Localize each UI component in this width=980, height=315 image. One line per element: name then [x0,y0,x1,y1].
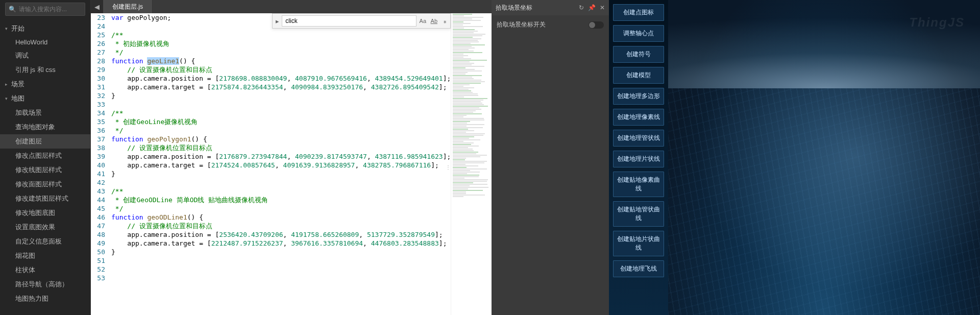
minimap-line [453,193,465,194]
minimap-line [453,29,475,30]
minimap-line [453,20,481,21]
tree-item[interactable]: 修改点图层样式 [0,149,90,163]
chevron-right-icon: ▸ [5,82,11,87]
minimap-line [453,179,488,180]
scene-button[interactable]: 调整轴心点 [613,25,664,42]
minimap-line [453,115,467,116]
find-input[interactable] [282,15,416,27]
tree-item[interactable]: 柱状体 [0,263,90,277]
line-number: 43 [91,187,105,196]
editor-tabbar: ◀ 创建图层.js [91,0,492,13]
minimap-line [453,121,470,122]
scene-button[interactable]: 创建地理片状线 [613,151,664,167]
minimap-line [453,124,484,125]
minimap-line [453,75,482,76]
minimap-line [453,66,484,67]
line-number: 34 [91,109,105,117]
tree-group[interactable]: ▸场景 [0,77,90,91]
minimap-line [453,168,487,169]
line-number: 24 [91,22,105,31]
close-icon[interactable]: ✕ [600,4,605,11]
minimap-line [453,103,482,104]
line-number: 29 [91,65,105,74]
tree-item[interactable]: 加载场景 [0,106,90,120]
tree-item[interactable]: 路径导航（高德） [0,277,90,292]
scene-button[interactable]: 创建模型 [613,67,664,84]
minimap-line [453,123,467,124]
tree-item[interactable]: 修改线图层样式 [0,163,90,177]
scene-button[interactable]: 创建贴地像素曲线 [613,172,664,197]
minimap-line [453,106,487,107]
minimap-line [453,15,464,16]
back-button[interactable]: ◀ [91,0,103,13]
minimap-line [453,23,471,24]
minimap-line [453,110,476,111]
search-input[interactable] [19,6,82,13]
tree-item[interactable]: 设置底图效果 [0,220,90,234]
minimap-line [453,119,484,120]
viewport-3d[interactable]: ThingJS [668,0,980,315]
line-number: 53 [91,274,105,282]
minimap-line [453,150,474,151]
minimap-line [453,158,466,159]
coord-switch[interactable] [589,21,604,29]
minimap[interactable] [451,13,492,315]
tree-group-label: 场景 [11,80,24,89]
minimap-line [453,176,479,177]
minimap-line [453,64,471,65]
find-opt-regex[interactable]: ⁎ [440,16,450,26]
find-expand-icon[interactable]: ▸ [273,17,282,25]
tree-item[interactable]: 自定义信息面板 [0,234,90,249]
panel-header: 拾取场景坐标 ↻ 📌 ✕ [492,0,609,15]
tab-active[interactable]: 创建图层.js [103,0,153,13]
line-number: 32 [91,91,105,100]
tree-item[interactable]: 修改建筑图层样式 [0,191,90,206]
minimap-line [453,116,463,117]
tree-item[interactable]: 地图热力图 [0,292,90,306]
find-opt-case[interactable]: Aa [418,16,428,26]
scene-button[interactable]: 创建贴地片状曲线 [613,231,664,256]
code-line: } [111,248,451,256]
tree-item[interactable]: 引用 js 和 css [0,63,90,77]
line-number: 51 [91,256,105,265]
tree-item[interactable]: 查询地图对象 [0,120,90,134]
scene-button[interactable]: 创建地理多边形 [613,88,664,105]
tree-item[interactable]: 修改地图底图 [0,206,90,220]
line-number: 46 [91,213,105,222]
scene-button[interactable]: 创建符号 [613,46,664,63]
minimap-line [453,83,481,84]
tree-item[interactable]: 调试 [0,49,90,63]
minimap-line [453,141,463,142]
code-line: // 设置摄像机位置和目标点 [111,143,451,152]
tree-group[interactable]: ▾地图 [0,91,90,106]
minimap-line [453,184,487,185]
code-line: app.camera.position = [2178698.088830049… [111,74,451,83]
minimap-line [453,187,488,188]
minimap-line [453,152,478,153]
refresh-icon[interactable]: ↻ [579,4,584,11]
find-opt-word[interactable]: Ab [429,16,439,26]
minimap-line [453,107,479,108]
minimap-line [453,156,480,157]
tree-item[interactable]: 修改面图层样式 [0,177,90,191]
chevron-down-icon: ▾ [5,96,11,101]
scene-button[interactable]: 创建地理像素线 [613,109,664,126]
code-view[interactable]: var geoPolygon; /** * 初始摄像机视角 */function… [111,13,451,315]
tree-item[interactable]: HelloWorld [0,36,90,49]
line-number: 44 [91,196,105,204]
search-box[interactable]: 🔍 [5,3,85,16]
line-number: 26 [91,39,105,48]
minimap-line [453,178,464,179]
tree-item[interactable]: 创建图层 [0,134,90,149]
line-number: 30 [91,74,105,83]
scene-button[interactable]: 创建贴地管状曲线 [613,201,664,227]
tree-group[interactable]: ▾开始 [0,21,90,36]
tree-item[interactable]: 烟花图 [0,249,90,263]
scene-button[interactable]: 创建地理飞线 [613,260,664,277]
scene-buttons: 创建点图标调整轴心点创建符号创建模型创建地理多边形创建地理像素线创建地理管状线创… [609,0,668,315]
pin-icon[interactable]: 📌 [588,4,596,11]
scene-button[interactable]: 创建地理管状线 [613,130,664,147]
drag-handle-icon[interactable]: ⋮ [446,164,451,170]
scene-button[interactable]: 创建点图标 [613,4,664,21]
code-line: * 创建GeoLine摄像机视角 [111,117,451,126]
